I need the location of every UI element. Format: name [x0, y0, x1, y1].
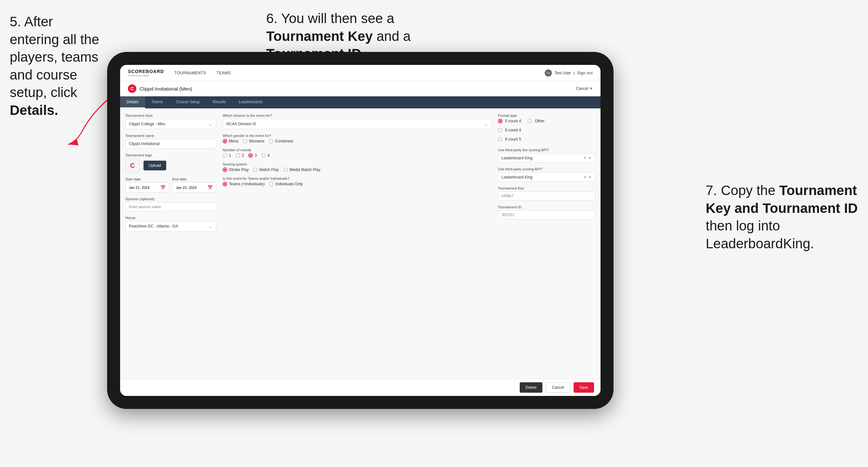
- nav-left: SCOREBOARD Powered by clippd TOURNAMENTS…: [128, 69, 231, 77]
- scoring-medal[interactable]: Medal Match Play: [283, 167, 320, 172]
- tournament-id-value: 302051: [498, 210, 595, 219]
- cancel-button[interactable]: Cancel: [546, 382, 570, 393]
- scoring-match[interactable]: Match Play: [253, 167, 279, 172]
- scoring-label: Scoring system: [223, 162, 492, 166]
- tab-results[interactable]: Results: [206, 96, 232, 108]
- scoring-stroke-radio[interactable]: [223, 167, 227, 172]
- rounds-3-radio[interactable]: [248, 153, 253, 158]
- tournament-name: Clippd Invitational (Men): [140, 86, 192, 92]
- scoring-stroke[interactable]: Stroke Play: [223, 167, 249, 172]
- rounds-2-radio[interactable]: [236, 153, 240, 158]
- tournament-name-label: Tournament name: [125, 134, 216, 137]
- gender-combined[interactable]: Combined: [269, 139, 293, 144]
- venue-label: Venue: [125, 216, 216, 220]
- format-5count4[interactable]: 5 count 4: [498, 119, 521, 123]
- gender-combined-radio[interactable]: [269, 139, 273, 144]
- sponsor-input[interactable]: [125, 202, 216, 211]
- format-6count4[interactable]: 6 count 4: [498, 128, 521, 132]
- logo-text: SCOREBOARD: [128, 69, 164, 74]
- tournament-name-input[interactable]: Clippd Invitational: [125, 139, 216, 149]
- division-group: Which division is the event for? NCAA Di…: [223, 114, 492, 129]
- cancel-header-button[interactable]: Cancel ✕: [576, 86, 593, 91]
- tablet: SCOREBOARD Powered by clippd TOURNAMENTS…: [107, 52, 614, 409]
- division-select[interactable]: NCAA Division III: [223, 119, 492, 129]
- right-column: Format type 5 count 4 6 count 4: [498, 114, 595, 374]
- format-6count5-radio[interactable]: [498, 137, 502, 142]
- team-teams-radio[interactable]: [223, 182, 227, 186]
- team-radio-group: Teams (+Individuals) Individuals Only: [223, 182, 492, 186]
- gender-label: Which gender is the event for?: [223, 134, 492, 137]
- rounds-1-radio[interactable]: [223, 153, 227, 158]
- third-party-1-arrow-icon: ▼: [588, 156, 592, 160]
- tab-details[interactable]: Details: [120, 96, 145, 108]
- rounds-1[interactable]: 1: [223, 153, 231, 158]
- team-individuals[interactable]: Individuals Only: [269, 182, 303, 186]
- third-party-1-clear-icon[interactable]: ✕: [583, 155, 587, 160]
- start-date-input[interactable]: Jan 21, 2024 📅: [125, 182, 169, 192]
- middle-column: Which division is the event for? NCAA Di…: [223, 114, 492, 374]
- third-party-2-arrow-icon: ▼: [588, 175, 592, 179]
- format-group: Format type 5 count 4 6 count 4: [498, 114, 595, 144]
- tournament-key-value: b4f8b7: [498, 191, 595, 200]
- scoring-match-radio[interactable]: [253, 167, 258, 172]
- third-party-2-select[interactable]: Leaderboard King ✕ ▼: [498, 172, 595, 182]
- third-party-2-value: Leaderboard King: [501, 175, 532, 180]
- tournament-logo-group: Tournament logo C Upload: [125, 153, 216, 173]
- tournament-host-group: Tournament Host Clippd College - Men: [125, 114, 216, 129]
- end-date-input[interactable]: Jan 23, 2024 📅: [173, 182, 216, 192]
- gender-mens-radio[interactable]: [223, 139, 227, 144]
- third-party-2-group: Use third-party scoring API? Leaderboard…: [498, 167, 595, 182]
- sign-out-link[interactable]: Sign out: [577, 71, 593, 75]
- end-date-label: End date: [173, 177, 216, 181]
- team-individuals-radio[interactable]: [269, 182, 274, 186]
- start-date-label: Start date: [125, 177, 169, 181]
- upload-button[interactable]: Upload: [144, 161, 166, 170]
- nav-tournaments[interactable]: TOURNAMENTS: [174, 71, 206, 75]
- format-6count4-radio[interactable]: [498, 128, 502, 132]
- tab-leaderboards[interactable]: Leaderboards: [232, 96, 269, 108]
- tournament-id-label: Tournament ID: [498, 205, 595, 209]
- delete-button[interactable]: Delete: [520, 382, 543, 393]
- end-date-value: Jan 23, 2024: [176, 186, 197, 189]
- third-party-2-clear-icon[interactable]: ✕: [583, 175, 587, 180]
- gender-womens-radio[interactable]: [243, 139, 247, 144]
- start-date-calendar-icon: 📅: [160, 185, 165, 190]
- tournament-host-select[interactable]: Clippd College - Men: [125, 119, 216, 129]
- rounds-group: Number of rounds 1 2 3: [223, 148, 492, 158]
- date-row: Start date Jan 21, 2024 📅 End date Jan 2…: [125, 177, 216, 192]
- format-other[interactable]: Other: [527, 119, 545, 123]
- third-party-1-select[interactable]: Leaderboard King ✕ ▼: [498, 153, 595, 163]
- team-teams[interactable]: Teams (+Individuals): [223, 182, 265, 186]
- logo-area: SCOREBOARD Powered by clippd: [128, 69, 164, 77]
- rounds-4-radio[interactable]: [261, 153, 266, 158]
- tab-teams[interactable]: Teams: [145, 96, 169, 108]
- end-date-calendar-icon: 📅: [208, 185, 213, 190]
- save-button[interactable]: Save: [574, 382, 594, 393]
- sponsor-group: Sponsor (optional): [125, 197, 216, 211]
- start-date-group: Start date Jan 21, 2024 📅: [125, 177, 169, 192]
- scoring-medal-radio[interactable]: [283, 167, 288, 172]
- content-area: Tournament Host Clippd College - Men Tou…: [120, 108, 600, 379]
- nav-teams[interactable]: TEAMS: [217, 71, 231, 75]
- rounds-3[interactable]: 3: [248, 153, 257, 158]
- format-other-radio[interactable]: [527, 119, 532, 123]
- format-5count4-radio[interactable]: [498, 119, 502, 123]
- gender-mens[interactable]: Mens: [223, 139, 238, 144]
- tournament-name-value: Clippd Invitational: [129, 142, 160, 146]
- third-party-1-group: Use third-party live scoring API? Leader…: [498, 148, 595, 163]
- annotation-right: 7. Copy the Tournament Key and Tournamen…: [706, 182, 862, 252]
- format-6count5[interactable]: 6 count 5: [498, 137, 521, 142]
- third-party-1-label: Use third-party live scoring API?: [498, 148, 595, 152]
- rounds-4[interactable]: 4: [261, 153, 270, 158]
- gender-womens[interactable]: Womens: [243, 139, 264, 144]
- end-date-group: End date Jan 23, 2024 📅: [173, 177, 216, 192]
- nav-divider: |: [574, 71, 575, 75]
- tournament-key-group: Tournament Key b4f8b7: [498, 186, 595, 200]
- format-label: Format type: [498, 114, 595, 118]
- rounds-2[interactable]: 2: [236, 153, 244, 158]
- tab-course-setup[interactable]: Course Setup: [169, 96, 206, 108]
- venue-select[interactable]: Peachtree GC - Atlanta - GA: [125, 221, 216, 231]
- tablet-screen: SCOREBOARD Powered by clippd TOURNAMENTS…: [120, 65, 600, 396]
- tournament-key-label: Tournament Key: [498, 186, 595, 190]
- left-column: Tournament Host Clippd College - Men Tou…: [125, 114, 216, 374]
